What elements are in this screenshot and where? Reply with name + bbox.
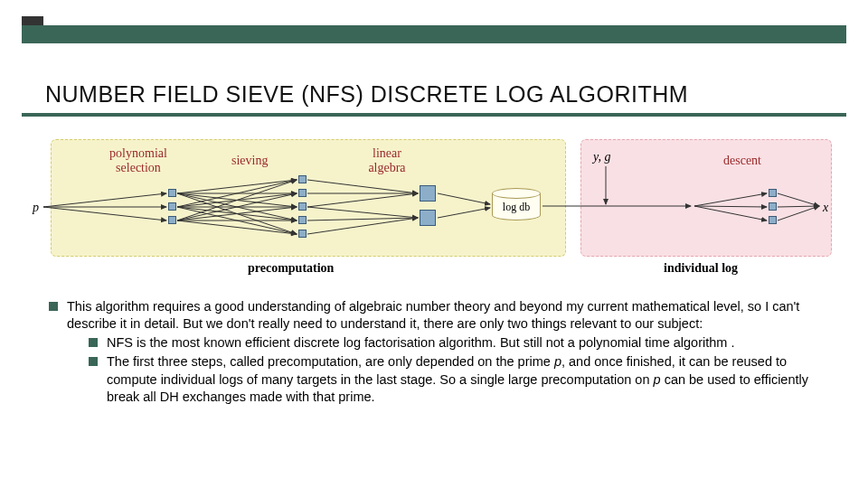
stage-linear-algebra: linear algebra [360, 146, 414, 175]
sieve-box [298, 216, 307, 224]
log-db-label: log db [492, 201, 541, 214]
poly-box [168, 202, 176, 211]
la-box [420, 210, 436, 226]
sieve-box [298, 230, 307, 238]
bullet-main: This algorithm requires a good understan… [49, 298, 832, 406]
individual-log-region [580, 139, 832, 257]
sieve-box [298, 189, 307, 197]
bullet-sub-1: NFS is the most known efficient discrete… [89, 334, 832, 352]
descent-box [769, 202, 777, 211]
precomputation-label: precomputation [248, 261, 334, 276]
sieve-box [298, 202, 307, 211]
stage-polynomial-selection: polynomial selection [98, 146, 179, 175]
bullet-main-text: This algorithm requires a good understan… [67, 299, 799, 331]
individual-log-label: individual log [664, 261, 738, 276]
slide-title: NUMBER FIELD SIEVE (NFS) DISCRETE LOG AL… [45, 81, 688, 108]
stage-sieving: sieving [231, 154, 268, 168]
poly-box [168, 189, 176, 197]
poly-box [168, 216, 176, 224]
input-p: p [33, 201, 39, 215]
log-db: log db [492, 188, 541, 224]
output-x: x [823, 201, 828, 215]
la-box [420, 185, 436, 202]
descent-box [769, 189, 777, 197]
nfs-diagram: precomputation individual log polynomial… [31, 136, 837, 280]
sieve-box [298, 175, 307, 183]
header-bar [22, 25, 846, 43]
bullet-content: This algorithm requires a good understan… [49, 298, 832, 408]
bullet-sub-2: The first three steps, called precomputa… [89, 353, 832, 405]
stage-descent: descent [723, 154, 761, 168]
header-underline [22, 113, 846, 117]
descent-box [769, 216, 777, 224]
input-yg: y, g [593, 150, 610, 164]
